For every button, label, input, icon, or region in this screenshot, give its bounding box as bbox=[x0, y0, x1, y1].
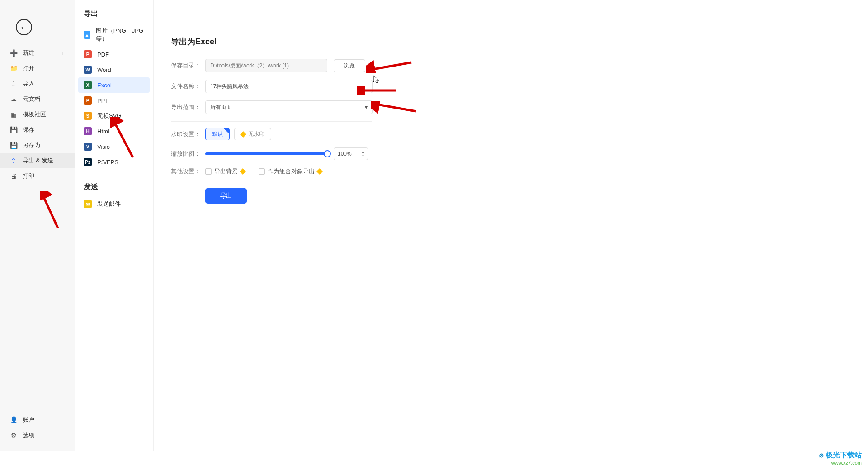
export-bg-checkbox[interactable] bbox=[205, 168, 212, 175]
fmt-html[interactable]: HHtml bbox=[78, 124, 150, 139]
export-panel-title: 导出为Excel bbox=[171, 36, 851, 47]
filename-input[interactable] bbox=[205, 80, 373, 93]
slider-thumb[interactable] bbox=[324, 150, 331, 157]
fmt-visio[interactable]: VVisio bbox=[78, 139, 150, 154]
fmt-ps[interactable]: PsPS/EPS bbox=[78, 154, 150, 170]
fmt-word[interactable]: WWord bbox=[78, 62, 150, 77]
watermark-default[interactable]: 默认 bbox=[205, 128, 230, 140]
divider bbox=[171, 121, 372, 122]
browse-button[interactable]: 浏览 bbox=[334, 59, 365, 72]
nav-options[interactable]: ⚙选项 bbox=[0, 428, 75, 443]
export-bg-label: 导出背景 bbox=[214, 167, 238, 176]
export-button[interactable]: 导出 bbox=[205, 188, 247, 204]
plus-icon[interactable]: + bbox=[61, 50, 65, 57]
export-group-label: 作为组合对象导出 bbox=[268, 167, 315, 176]
label-other: 其他设置： bbox=[171, 167, 205, 176]
label-watermark: 水印设置： bbox=[171, 130, 205, 138]
nav-open[interactable]: 📁打开 bbox=[0, 61, 75, 76]
label-scale: 缩放比例： bbox=[171, 150, 205, 158]
chevron-down-icon: ▾ bbox=[365, 104, 368, 110]
fmt-svg[interactable]: S无损SVG bbox=[78, 108, 150, 124]
nav-import[interactable]: ⇩导入 bbox=[0, 76, 75, 91]
nav-saveas[interactable]: 💾另存为 bbox=[0, 138, 75, 153]
diamond-icon bbox=[316, 168, 323, 175]
nav-print[interactable]: 🖨打印 bbox=[0, 168, 75, 184]
nav-export-send[interactable]: ⇧导出 & 发送 bbox=[0, 153, 75, 168]
send-section-title: 发送 bbox=[78, 182, 150, 196]
export-panel: 导出为Excel 保存目录： 浏览 文件名称： 导出范围： 所有页面▾ 水印设置… bbox=[154, 0, 868, 451]
fmt-excel[interactable]: XExcel bbox=[78, 77, 150, 93]
label-save-dir: 保存目录： bbox=[171, 62, 205, 70]
fmt-ppt[interactable]: PPPT bbox=[78, 93, 150, 108]
nav-new[interactable]: ➕新建+ bbox=[0, 45, 75, 61]
diamond-icon bbox=[240, 168, 246, 175]
export-section-title: 导出 bbox=[78, 9, 150, 23]
range-select[interactable]: 所有页面▾ bbox=[205, 100, 373, 114]
back-button[interactable]: ← bbox=[16, 19, 32, 35]
fmt-image[interactable]: ▲图片（PNG、JPG等） bbox=[78, 23, 150, 47]
export-format-list: 导出 ▲图片（PNG、JPG等） PPDF WWord XExcel PPPT … bbox=[75, 0, 154, 451]
watermark-none[interactable]: 无水印 bbox=[234, 128, 271, 140]
send-mail[interactable]: ✉发送邮件 bbox=[78, 196, 150, 212]
label-filename: 文件名称： bbox=[171, 82, 205, 90]
nav-account[interactable]: 👤账户 bbox=[0, 412, 75, 428]
fmt-pdf[interactable]: PPDF bbox=[78, 47, 150, 62]
nav-cloud[interactable]: ☁云文档 bbox=[0, 91, 75, 107]
scale-slider[interactable] bbox=[205, 152, 327, 155]
diamond-icon bbox=[240, 131, 246, 138]
site-watermark: ⌀ 极光下载站 www.xz7.com bbox=[819, 451, 862, 466]
nav-templates[interactable]: ▦模板社区 bbox=[0, 107, 75, 122]
scale-spinner[interactable]: 100%▴▾ bbox=[334, 147, 368, 160]
left-sidebar: ➕新建+ 📁打开 ⇩导入 ☁云文档 ▦模板社区 💾保存 💾另存为 ⇧导出 & 发… bbox=[0, 0, 75, 451]
save-dir-input[interactable] bbox=[205, 59, 327, 72]
export-group-checkbox[interactable] bbox=[259, 168, 265, 175]
nav-save[interactable]: 💾保存 bbox=[0, 122, 75, 138]
label-range: 导出范围： bbox=[171, 103, 205, 111]
